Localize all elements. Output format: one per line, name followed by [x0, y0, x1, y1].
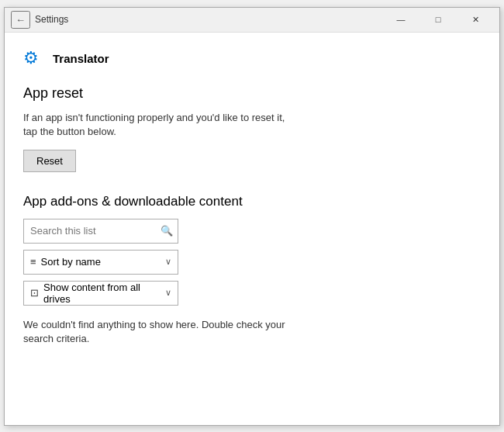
addons-section: App add-ons & downloadable content 🔍 ≡ S… — [23, 194, 481, 346]
sort-dropdown-label: Sort by name — [41, 256, 101, 268]
addons-title: App add-ons & downloadable content — [23, 194, 481, 209]
maximize-button[interactable]: □ — [420, 9, 456, 30]
title-bar: ← Settings — □ ✕ — [5, 8, 499, 33]
title-bar-left: ← Settings — [11, 11, 68, 29]
drives-dropdown[interactable]: ⊡ Show content from all drives ∨ — [23, 281, 178, 306]
app-name: Translator — [53, 52, 109, 65]
sort-dropdown[interactable]: ≡ Sort by name ∨ — [23, 250, 178, 275]
search-input[interactable] — [30, 225, 161, 237]
drives-chevron-icon: ∨ — [165, 288, 171, 298]
app-reset-section: App reset If an app isn't functioning pr… — [23, 85, 481, 194]
app-reset-title: App reset — [23, 85, 481, 102]
window-title: Settings — [35, 14, 68, 25]
search-icon: 🔍 — [161, 225, 173, 237]
main-content: ⚙ Translator App reset If an app isn't f… — [5, 33, 499, 425]
sort-chevron-icon: ∨ — [165, 257, 171, 267]
drives-icon: ⊡ — [30, 287, 39, 299]
settings-window: ← Settings — □ ✕ ⚙ Translator App reset … — [4, 7, 500, 426]
drives-dropdown-label: Show content from all drives — [43, 282, 165, 305]
title-bar-controls: — □ ✕ — [383, 9, 493, 30]
drives-dropdown-left: ⊡ Show content from all drives — [30, 282, 165, 305]
sort-dropdown-left: ≡ Sort by name — [30, 256, 101, 268]
content-area: ⚙ Translator App reset If an app isn't f… — [5, 33, 499, 425]
search-box[interactable]: 🔍 — [23, 219, 178, 244]
sort-icon: ≡ — [30, 256, 36, 268]
reset-button[interactable]: Reset — [23, 150, 76, 172]
back-button[interactable]: ← — [11, 11, 30, 29]
minimize-button[interactable]: — — [383, 9, 419, 30]
app-header: ⚙ Translator — [23, 48, 481, 70]
app-reset-description: If an app isn't functioning properly and… — [23, 111, 287, 139]
close-button[interactable]: ✕ — [457, 9, 493, 30]
gear-icon: ⚙ — [23, 48, 45, 70]
empty-message: We couldn't find anything to show here. … — [23, 318, 287, 346]
